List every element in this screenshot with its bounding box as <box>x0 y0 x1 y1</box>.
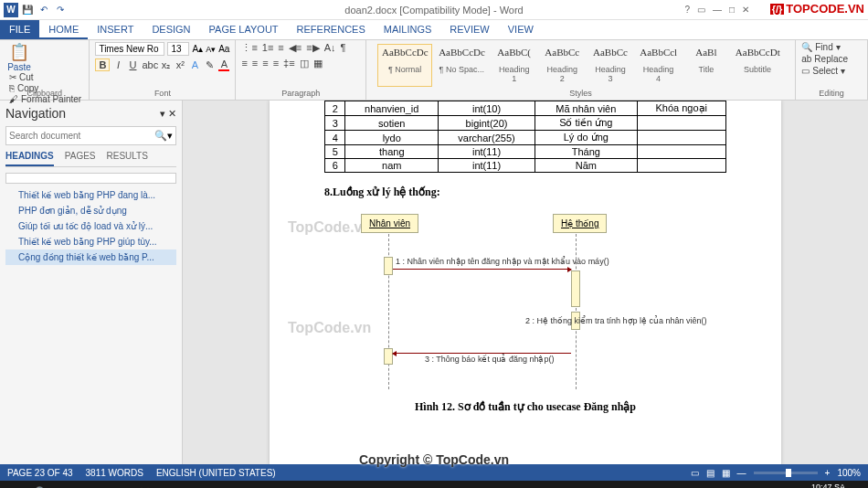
minimize-icon[interactable]: — <box>713 5 722 15</box>
table-cell: sotien <box>345 116 439 131</box>
word-count[interactable]: 3811 WORDS <box>86 468 143 478</box>
bullets-icon[interactable]: ⋮≡ <box>241 42 257 54</box>
underline-button[interactable]: U <box>128 59 139 70</box>
align-center-icon[interactable]: ≡ <box>252 58 258 69</box>
text-effects-icon[interactable]: A <box>189 59 200 70</box>
tab-review[interactable]: REVIEW <box>440 20 498 39</box>
nav-tab-results[interactable]: RESULTS <box>107 151 148 166</box>
zoom-slider[interactable] <box>754 472 818 474</box>
select-button[interactable]: ▭Select ▾ <box>801 66 862 76</box>
style-heading-4[interactable]: AaBbCclHeading 4 <box>635 44 682 87</box>
bold-button[interactable]: B <box>95 58 109 71</box>
view-readmode-icon[interactable]: ▭ <box>691 468 699 478</box>
search-icon[interactable]: 🔍▾ <box>154 130 173 142</box>
style-heading-3[interactable]: AaBbCcHeading 3 <box>587 44 634 87</box>
zoom-level[interactable]: 100% <box>837 468 861 478</box>
style-subtitle[interactable]: AaBbCcDtSubtitle <box>731 44 784 87</box>
font-size-select[interactable]: 13 <box>167 42 189 56</box>
ribbon-display-icon[interactable]: ▭ <box>697 5 705 15</box>
style--no-spac-[interactable]: AaBbCcDc¶ No Spac... <box>434 44 489 87</box>
app-icon[interactable]: ◫ <box>183 483 206 488</box>
page-indicator[interactable]: PAGE 23 OF 43 <box>7 468 73 478</box>
search-input[interactable] <box>9 131 154 141</box>
view-print-icon[interactable]: ▤ <box>706 468 715 478</box>
style-heading-2[interactable]: AaBbCcHeading 2 <box>539 44 586 87</box>
font-color-icon[interactable]: A <box>218 58 229 71</box>
tab-view[interactable]: VIEW <box>499 20 543 39</box>
replace-button[interactable]: abReplace <box>801 54 862 64</box>
align-left-icon[interactable]: ≡ <box>241 58 247 69</box>
dedent-icon[interactable]: ◀≡ <box>289 42 302 54</box>
line-spacing-icon[interactable]: ‡≡ <box>283 58 295 69</box>
app-icon[interactable]: ▶ <box>285 483 309 488</box>
search-button[interactable]: 🔍 <box>29 483 53 488</box>
find-icon: 🔍 <box>801 42 812 52</box>
app-icon[interactable]: ▧ <box>157 483 181 488</box>
multilevel-icon[interactable]: ≡ <box>278 42 283 54</box>
sort-icon[interactable]: A↓ <box>324 42 336 54</box>
app-icon[interactable]: ◉ <box>80 483 104 488</box>
zoom-out-icon[interactable]: — <box>737 468 746 478</box>
nav-tab-pages[interactable]: PAGES <box>65 151 96 166</box>
tab-file[interactable]: FILE <box>0 20 39 39</box>
app-icon[interactable]: HS <box>234 483 258 488</box>
tab-insert[interactable]: INSERT <box>88 20 143 39</box>
superscript-button[interactable]: x² <box>175 59 185 70</box>
taskbar-clock[interactable]: 10:47 SA09/05/2024 <box>804 483 849 488</box>
document-area[interactable]: 2nhanvien_idint(10)Mã nhân viênKhóa ngoạ… <box>183 101 868 464</box>
app-icon[interactable]: ⬒ <box>106 483 130 488</box>
ribbon-collapse-icon[interactable]: ? <box>684 5 690 15</box>
data-table: 2nhanvien_idint(10)Mã nhân viênKhóa ngoạ… <box>324 101 726 173</box>
strike-button[interactable]: abc <box>143 59 157 70</box>
zoom-in-icon[interactable]: + <box>825 468 831 478</box>
maximize-icon[interactable]: □ <box>729 5 735 15</box>
nav-heading-item[interactable]: Thiết kế web bằng PHP giúp tùy... <box>5 234 176 249</box>
style--normal[interactable]: AaBbCcDc¶ Normal <box>377 44 432 87</box>
cut-button[interactable]: ✂Cut <box>9 72 83 82</box>
undo-icon[interactable]: ↶ <box>37 3 51 17</box>
paste-button[interactable]: 📋Paste <box>5 42 33 72</box>
nav-tab-headings[interactable]: HEADINGS <box>5 151 54 166</box>
tab-mailings[interactable]: MAILINGS <box>375 20 441 39</box>
change-case-icon[interactable]: Aa <box>218 44 229 54</box>
nav-heading-item[interactable]: PHP đơn giản, dễ sử dụng <box>5 203 176 218</box>
style-title[interactable]: AaBlTitle <box>683 44 729 87</box>
word-taskbar-icon[interactable]: W <box>208 483 232 488</box>
shrink-font-icon[interactable]: A▾ <box>206 45 216 54</box>
tab-references[interactable]: REFERENCES <box>288 20 375 39</box>
tab-home[interactable]: HOME <box>39 20 88 39</box>
redo-icon[interactable]: ↷ <box>53 3 68 17</box>
topcode-logo: {/}TOPCODE.VN <box>770 2 864 16</box>
nav-top-heading[interactable] <box>5 173 176 184</box>
close-icon[interactable]: ✕ <box>742 5 749 15</box>
style-heading-1[interactable]: AaBbC(Heading 1 <box>491 44 537 87</box>
justify-icon[interactable]: ≡ <box>273 58 279 69</box>
borders-icon[interactable]: ▦ <box>313 58 323 69</box>
highlight-icon[interactable]: ✎ <box>204 59 215 71</box>
subscript-button[interactable]: x₂ <box>160 59 171 71</box>
nav-search[interactable]: 🔍▾ <box>5 126 176 145</box>
app-icon[interactable]: 📁 <box>132 483 155 488</box>
app-icon[interactable]: ◎ <box>311 483 334 488</box>
grow-font-icon[interactable]: A▴ <box>192 44 203 54</box>
nav-heading-item[interactable]: Cộng đồng thiết kế web bằng P... <box>5 249 176 265</box>
start-button[interactable]: ⊞ <box>4 483 27 488</box>
tab-design[interactable]: DESIGN <box>143 20 199 39</box>
save-icon[interactable]: 💾 <box>20 3 35 17</box>
align-right-icon[interactable]: ≡ <box>262 58 268 69</box>
app-icon[interactable]: ▨ <box>259 483 283 488</box>
numbering-icon[interactable]: 1≡ <box>262 42 274 54</box>
indent-icon[interactable]: ≡▶ <box>306 42 319 54</box>
language-indicator[interactable]: ENGLISH (UNITED STATES) <box>156 468 276 478</box>
italic-button[interactable]: I <box>113 59 124 70</box>
view-web-icon[interactable]: ▦ <box>722 468 730 478</box>
nav-heading-item[interactable]: Giúp tối ưu tốc độ load và xử lý... <box>5 218 176 234</box>
group-paragraph: ⋮≡ 1≡ ≡ ◀≡ ≡▶ A↓ ¶ ≡ ≡ ≡ ≡ ‡≡ ◫ ▦ Paragr… <box>236 40 366 100</box>
taskview-icon[interactable]: ◧ <box>55 483 79 488</box>
find-button[interactable]: 🔍Find ▾ <box>801 42 862 52</box>
showmarks-icon[interactable]: ¶ <box>340 42 345 54</box>
font-name-select[interactable]: Times New Ro <box>95 42 164 56</box>
nav-heading-item[interactable]: Thiết kế web bằng PHP đang là... <box>5 187 176 203</box>
shading-icon[interactable]: ◫ <box>300 58 309 69</box>
tab-pagelayout[interactable]: PAGE LAYOUT <box>200 20 288 39</box>
